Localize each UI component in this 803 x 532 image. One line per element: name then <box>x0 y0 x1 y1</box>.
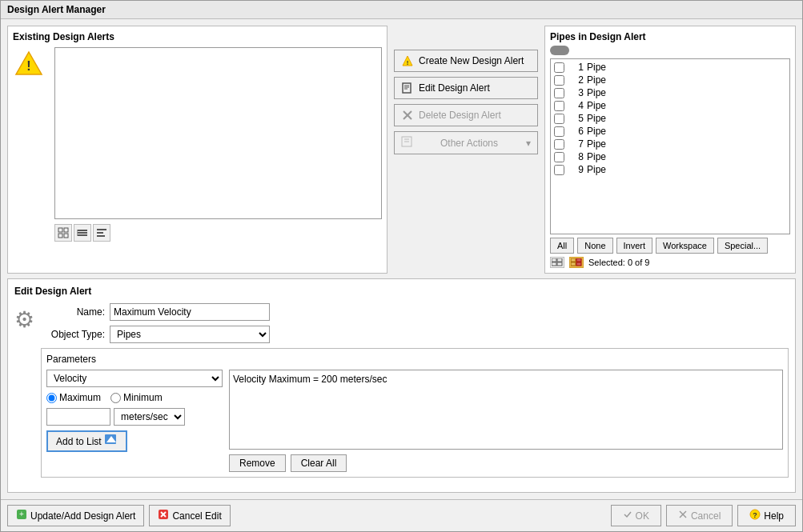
cancel-edit-label: Cancel Edit <box>172 510 221 522</box>
pipe-checkbox[interactable] <box>554 101 564 111</box>
max-label: Maximum <box>59 392 101 403</box>
cancel-button[interactable]: Cancel <box>666 505 733 526</box>
pipe-checkbox[interactable] <box>554 88 564 98</box>
none-button[interactable]: None <box>577 238 612 254</box>
pipes-list[interactable]: 1Pipe2Pipe3Pipe4Pipe5Pipe6Pipe7Pipe8Pipe… <box>550 58 790 234</box>
edit-alert-label: Edit Design Alert <box>419 82 490 94</box>
pipe-name: Pipe <box>587 62 606 73</box>
pipe-name: Pipe <box>587 151 606 162</box>
toolbar-icon-3[interactable] <box>93 224 110 242</box>
existing-alerts-panel: Existing Design Alerts ! <box>7 26 387 274</box>
svg-rect-11 <box>97 232 103 234</box>
special-button[interactable]: Special... <box>717 238 768 254</box>
existing-alerts-title: Existing Design Alerts <box>13 31 382 42</box>
cancel-edit-button[interactable]: Cancel Edit <box>149 505 230 526</box>
pipe-name: Pipe <box>587 138 606 150</box>
svg-rect-27 <box>557 262 562 266</box>
svg-rect-15 <box>403 83 411 93</box>
other-actions-label: Other Actions <box>440 138 498 149</box>
svg-rect-5 <box>64 234 68 238</box>
create-alert-button[interactable]: ! Create New Design Alert <box>394 50 538 72</box>
help-icon: ? <box>749 509 761 522</box>
pipe-checkbox[interactable] <box>554 152 564 162</box>
list-item: 9Pipe <box>552 163 788 176</box>
svg-text:!: ! <box>26 59 30 73</box>
list-item: 6Pipe <box>552 125 788 138</box>
delete-alert-icon <box>401 109 414 122</box>
add-to-list-button[interactable]: Add to List <box>46 430 127 452</box>
pipes-grid-icon-2[interactable] <box>569 257 584 268</box>
param-display-text: Velocity Maximum = 200 meters/sec <box>233 374 387 385</box>
window: Design Alert Manager Existing Design Ale… <box>0 0 803 532</box>
invert-button[interactable]: Invert <box>616 238 653 254</box>
workspace-button[interactable]: Workspace <box>656 238 714 254</box>
window-title: Design Alert Manager <box>7 4 106 15</box>
toolbar-icon-2[interactable] <box>74 224 91 242</box>
pipe-name: Pipe <box>587 74 606 86</box>
edit-alert-button[interactable]: Edit Design Alert <box>394 77 538 99</box>
object-type-row: Object Type: Pipes <box>41 326 789 343</box>
min-radio[interactable] <box>110 393 121 403</box>
pipes-grid-icon-1[interactable] <box>550 257 564 268</box>
bottom-right: OK Cancel ? Help <box>611 505 796 526</box>
other-actions-icon <box>401 136 412 150</box>
add-to-list-label: Add to List <box>56 436 102 447</box>
all-button[interactable]: All <box>550 238 574 254</box>
cancel-label: Cancel <box>691 510 721 522</box>
list-item: 1Pipe <box>552 61 788 74</box>
clear-all-button[interactable]: Clear All <box>291 454 347 472</box>
pipe-checkbox[interactable] <box>554 139 564 150</box>
delete-alert-button[interactable]: Delete Design Alert <box>394 104 538 126</box>
params-inner: Velocity Maximum Minimum <box>46 370 783 472</box>
pipe-checkbox[interactable] <box>554 126 564 137</box>
pipe-checkbox[interactable] <box>554 114 564 124</box>
pipe-checkbox[interactable] <box>554 165 564 175</box>
update-alert-label: Update/Add Design Alert <box>30 510 135 522</box>
svg-rect-25 <box>557 258 562 262</box>
svg-rect-6 <box>78 230 87 231</box>
remove-button[interactable]: Remove <box>229 454 286 472</box>
cancel-icon <box>678 510 688 522</box>
ok-button[interactable]: OK <box>611 505 661 526</box>
other-actions-button[interactable]: Other Actions ▾ <box>394 131 538 154</box>
selected-count: Selected: 0 of 9 <box>588 258 649 267</box>
object-type-select[interactable]: Pipes <box>110 326 270 343</box>
max-radio[interactable] <box>46 393 57 403</box>
toolbar-icon-1[interactable] <box>54 224 72 242</box>
pipe-name: Pipe <box>587 113 606 124</box>
param-type-select[interactable]: Velocity <box>46 370 223 387</box>
update-alert-button[interactable]: + Update/Add Design Alert <box>7 505 144 526</box>
svg-rect-7 <box>78 232 87 234</box>
list-item: 2Pipe <box>552 74 788 86</box>
pipes-header-row <box>550 46 790 55</box>
existing-alerts-listbox[interactable] <box>54 47 382 219</box>
svg-text:+: + <box>19 510 24 518</box>
edit-section-title: Edit Design Alert <box>14 286 789 297</box>
params-left: Velocity Maximum Minimum <box>46 370 223 472</box>
value-input[interactable] <box>46 408 110 426</box>
pipe-number: 9 <box>568 164 584 175</box>
bottom-left: + Update/Add Design Alert Cancel Edit <box>7 505 231 526</box>
radio-row: Maximum Minimum <box>46 392 223 403</box>
name-row: Name: <box>41 303 789 321</box>
min-label: Minimum <box>123 392 163 403</box>
action-buttons: ! Create New Design Alert Edit <box>394 26 538 274</box>
list-item: 7Pipe <box>552 138 788 150</box>
svg-rect-10 <box>97 229 106 230</box>
pipe-checkbox[interactable] <box>554 62 564 73</box>
name-input[interactable] <box>110 303 270 321</box>
svg-rect-3 <box>64 228 68 232</box>
pipe-number: 7 <box>568 138 584 150</box>
unit-select[interactable]: meters/sec <box>114 408 185 426</box>
svg-rect-24 <box>552 258 556 262</box>
svg-rect-30 <box>571 262 576 266</box>
pipe-ellipse-icon <box>550 46 569 55</box>
pipe-name: Pipe <box>587 126 606 137</box>
pipe-checkbox[interactable] <box>554 75 564 86</box>
help-button[interactable]: ? Help <box>737 505 796 526</box>
param-display-buttons: Remove Clear All <box>229 454 783 472</box>
title-bar: Design Alert Manager <box>1 1 802 19</box>
bottom-bar: + Update/Add Design Alert Cancel Edit <box>1 499 802 531</box>
edit-section: Edit Design Alert ⚙ Name: Object Type: P… <box>7 278 796 493</box>
pipe-number: 2 <box>568 74 584 86</box>
